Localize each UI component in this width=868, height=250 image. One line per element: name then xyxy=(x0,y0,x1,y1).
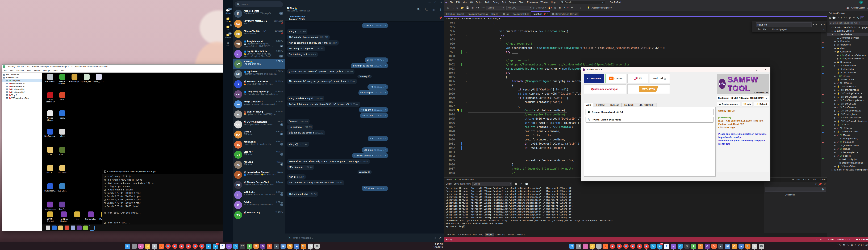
folder-menu[interactable]: ☰ xyxy=(223,2,233,6)
brand-button-samsung[interactable]: SAMSUNG xyxy=(584,73,604,83)
vs-menu-help[interactable]: Help xyxy=(550,0,557,4)
panel-tab-output[interactable]: Output xyxy=(485,233,494,237)
match-case-icon[interactable]: Aa xyxy=(758,28,761,31)
code-line-970[interactable]: 970 var searcherModem = new ManagementOb… xyxy=(444,46,821,50)
vs-menu-project[interactable]: Project xyxy=(474,0,484,4)
chevron-down-icon[interactable]: ▾ xyxy=(815,183,817,186)
code-line-1061[interactable]: 1061 // get com port xyxy=(444,58,821,62)
info-button[interactable]: ⓘInfo xyxy=(742,102,752,106)
rdp-desktop-icon[interactable]: BlueScreenV... xyxy=(44,183,56,192)
taskbar-icon-hxd[interactable]: HX xyxy=(308,244,313,249)
rdp-desktop-icon[interactable]: Recycle Bin xyxy=(44,74,56,83)
rdcman-menu-session[interactable]: Session xyxy=(15,69,25,72)
message-incoming[interactable]: Thì anh quất cũng được11:52 PM xyxy=(287,46,442,51)
taskbar-icon-openshot[interactable]: ✎ xyxy=(267,244,272,249)
vs-menu-file[interactable]: File xyxy=(448,0,455,4)
tray-search-tool[interactable]: 🔍 xyxy=(843,244,846,246)
sidebar-toggle-icon[interactable]: ▥ xyxy=(432,8,435,11)
emoji-icon[interactable]: ☺ xyxy=(434,237,436,239)
redo-icon[interactable]: ↷▾ xyxy=(481,6,485,9)
close-button[interactable]: ✕ xyxy=(763,68,769,71)
taskbar-icon-app-3d[interactable]: ✦ xyxy=(596,244,601,249)
folder-unread[interactable]: 📁Unread206 xyxy=(223,33,233,38)
message-outgoing[interactable]: =)) ko em ạ12:05 AM✓✓ xyxy=(287,107,442,113)
samfw-tab-fastboot[interactable]: Fastboot xyxy=(594,103,608,107)
zoom-level[interactable]: 100 % xyxy=(446,179,452,181)
chat-list-item[interactable]: CG📢 CG羊毛前线通知频道7:18 AMIt says you're not … xyxy=(233,120,285,129)
taskbar-icon-cloud-app[interactable]: ☁ xyxy=(739,244,744,249)
samfw-tab-edl-qc-9008-[interactable]: EDL (QC 9008) xyxy=(636,103,657,107)
taskbar-icon-telegram[interactable]: ➤ xyxy=(650,244,656,249)
close-button[interactable]: ✕ xyxy=(440,1,442,3)
rdc-tree-item[interactable]: ✕DE-4-8-AMD-5 xyxy=(2,85,42,88)
wrench-icon[interactable]: 🔧 xyxy=(856,17,859,19)
brand-button-xiaomi[interactable]: mı xıaomı xyxy=(606,73,626,83)
vs-tab-edl-cs[interactable]: EDL.cs xyxy=(500,12,510,16)
rdp-desktop-icon[interactable]: 1.9.7_... xyxy=(57,147,68,155)
taskbar-icon-visual-studio[interactable]: ∞ xyxy=(671,244,676,249)
se-node-app-manifest[interactable]: 🔒🗎app.manifest xyxy=(827,71,868,74)
conversation-header[interactable]: N Tân 🏊 last seen 12 minutes ago 🔍 📞 ▥ ⋮ xyxy=(285,4,444,14)
restart-icon[interactable]: ↻ xyxy=(570,6,574,9)
code-line-1060[interactable]: 1060 xyxy=(444,54,821,58)
message-incoming[interactable]: Thế mã này chắc chung roài11:52 PM xyxy=(287,35,442,40)
message-incoming[interactable]: Tưởng 1 tháng anh chạy chỉ tiêu phải tiê… xyxy=(287,101,442,107)
vs-menu-analyze[interactable]: Analyze xyxy=(507,0,518,4)
rdcman-menu-tools[interactable]: Tools xyxy=(52,69,59,72)
taskbar-icon-blender[interactable]: ▲ xyxy=(274,244,279,249)
panel-tab-codelens[interactable]: CodeLens xyxy=(494,233,506,237)
message-incoming[interactable]: Mấy năm roài12:06 AM xyxy=(287,164,442,170)
rdp-taskbar-icon[interactable] xyxy=(71,225,75,230)
chat-list-item[interactable]: DDeividas2:01 AMHi, before buying the FR… xyxy=(233,200,285,210)
switch-views-icon[interactable]: 🗘 xyxy=(829,17,831,19)
taskbar-icon-telegram-360[interactable]: ➤360 xyxy=(657,244,662,249)
pending-edits[interactable]: ✎ 99+ xyxy=(827,238,833,241)
samfw-tab-mediatek[interactable]: Mediatek xyxy=(622,103,636,107)
se-node-qualcommserial-cs[interactable]: ▶+C#QualcommSerial.cs xyxy=(827,57,868,60)
rdp-desktop-icon[interactable]: SamF... xyxy=(57,201,68,210)
save-icon[interactable]: 💾 xyxy=(465,6,470,9)
chat-list-item[interactable]: CHChimeraTool Su... ✓✓12/8/2025you welco… xyxy=(233,29,285,39)
rdcman-menu-file[interactable]: File xyxy=(3,69,8,72)
vs-search-box[interactable]: 🔍 Search ▾ xyxy=(560,1,605,4)
se-node-data[interactable]: ▶📁data xyxy=(827,46,868,50)
taskbar-icon-hxd[interactable]: HX xyxy=(752,244,757,249)
taskbar-icon-gear-360[interactable]: ⚙ xyxy=(260,244,266,249)
breakpoints-search[interactable]: 🔍 xyxy=(765,187,826,192)
chat-list-item[interactable]: PH📢 Phoenix Service Tool2:45 AMPhoenix S… xyxy=(233,180,285,190)
taskbar-icon-telegram[interactable]: ➤ xyxy=(206,244,211,249)
rdp-desktop-icon[interactable]: DOWN - Shortcut xyxy=(44,212,56,222)
taskbar-icon-vmware[interactable]: ▣ xyxy=(281,244,286,249)
taskbar-icon-telegram-360[interactable]: ➤360 xyxy=(213,244,218,249)
brand-button-android[interactable]: android 🤖 xyxy=(649,73,670,83)
taskbar-icon-copilot[interactable]: ◐ xyxy=(138,244,144,249)
taskbar-icon-copilot[interactable]: ◐ xyxy=(583,244,588,249)
indent-mode[interactable]: SPC xyxy=(813,179,817,181)
tray-display[interactable]: 🖵 xyxy=(861,244,864,246)
taskbar-icon-controller[interactable]: 🎮 xyxy=(314,244,319,249)
message-outgoing[interactable]: ko em11:59 PM✓✓ xyxy=(287,58,442,63)
mic-icon[interactable]: 🎤 xyxy=(439,237,442,239)
se-node-formchangesn-cs[interactable]: ▶🔒🗔FormChangeSN.cs xyxy=(827,95,868,99)
restart-app-icon[interactable]: 🗗 xyxy=(558,6,562,9)
taskbar-icon-chrome-bird[interactable] xyxy=(199,244,205,249)
se-node-formlogin-cs[interactable]: ▶🔒🗔FormLogin.cs xyxy=(827,113,868,116)
taskbar-icon-defender[interactable]: 🛡 xyxy=(240,244,245,249)
panel-tab-c-interactive-net-core-[interactable]: C# Interactive (.NET Core) xyxy=(457,233,485,237)
se-node-formbuycredits-cs[interactable]: ▶🔒🗔FormBuyCredits.cs xyxy=(827,92,868,95)
se-node-app-config[interactable]: 🔒🗎App.config xyxy=(827,67,868,71)
cmd-titlebar[interactable]: C C:\Windows\System32\cmd.exe - python t… xyxy=(102,169,223,174)
samfw-titlebar[interactable]: SamFw Tool 5.3 — ▢ ✕ xyxy=(581,67,770,72)
close-icon[interactable]: ✕ xyxy=(823,24,825,26)
se-node-androidtab-cs[interactable]: ▶✓🗔AndroidTab.cs xyxy=(827,64,868,67)
eol-mode[interactable]: CRLF xyxy=(820,179,826,181)
code-line-968[interactable]: 968 { xyxy=(444,37,821,42)
pin-icon[interactable]: 📌 xyxy=(818,183,822,186)
find-next-icon[interactable]: → xyxy=(818,24,820,26)
chat-list-item[interactable]: JKJohn Konst6:33 AMI would like to do a … xyxy=(233,139,285,150)
message-outgoing[interactable]: utb gì cơ12:05 AM✓✓ xyxy=(287,147,442,153)
vs-menu-debug[interactable]: Debug xyxy=(492,0,501,4)
continue-button[interactable]: ▶Continue▾ xyxy=(533,7,546,9)
samfw-action-button[interactable]: 📱Bypass Micloud Android 8.1 xyxy=(586,109,714,115)
taskbar-icon-taskview[interactable]: ❐ xyxy=(576,244,581,249)
